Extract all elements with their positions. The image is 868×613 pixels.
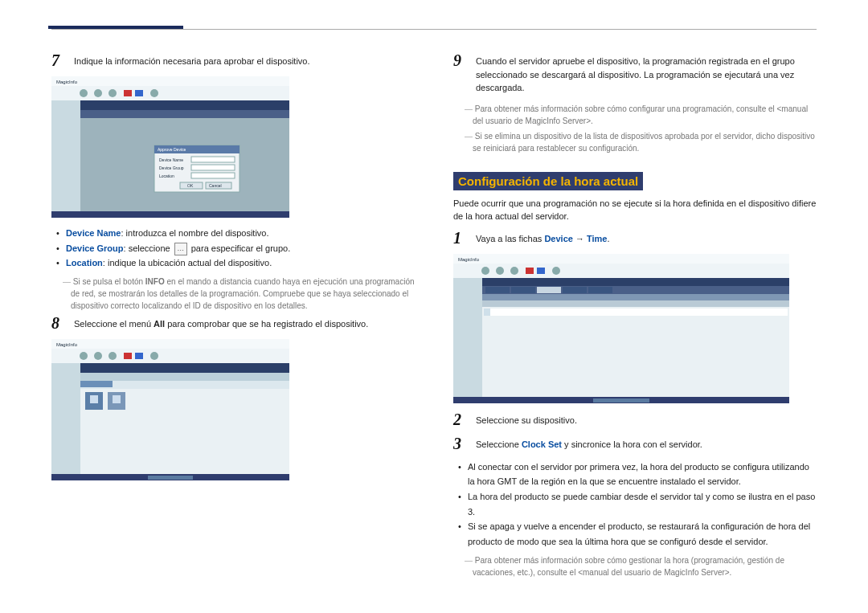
step-2: 2 Seleccione su dispositivo. [453,411,817,427]
bold-all: All [154,319,165,329]
svg-rect-17 [191,157,235,162]
svg-rect-40 [80,381,113,387]
svg-point-36 [150,352,158,360]
svg-text:Device Group: Device Group [159,166,184,170]
left-column: 7 Indique la información necesaria para … [51,52,415,582]
svg-point-5 [108,89,117,97]
bullet-text: : indique la ubicación actual del dispos… [103,258,272,268]
step-8: 8 Seleccione el menú All para comprobar … [51,315,415,331]
svg-point-54 [510,267,518,275]
step3-bullet-list: Al conectar con el servidor por primera … [453,460,817,550]
svg-rect-1 [51,76,289,86]
svg-rect-55 [526,268,534,274]
step-number: 9 [453,52,468,68]
svg-rect-34 [124,353,132,359]
svg-text:MagicInfo: MagicInfo [458,257,480,262]
svg-rect-19 [191,165,235,170]
svg-text:Device Name: Device Name [159,157,183,162]
svg-rect-66 [482,294,789,300]
intro-paragraph: Puede ocurrir que una programación no se… [453,197,817,223]
document-page: 7 Indique la información necesaria para … [0,0,868,582]
arrow: → [573,234,587,243]
step-text: Cuando el servidor apruebe el dispositiv… [476,52,817,95]
step9-note-b: Si se elimina un dispositivo de la lista… [473,130,817,154]
svg-rect-49 [453,254,789,264]
bullet-text-b: para especificar el grupo. [189,243,291,253]
svg-text:Location: Location [159,174,174,178]
svg-rect-28 [51,339,289,349]
keyword-device: Device [544,234,572,243]
header-divider [51,29,817,30]
svg-rect-59 [482,278,789,286]
list-item: Location: indique la ubicación actual de… [66,255,415,271]
svg-rect-69 [484,309,788,316]
keyword-clockset: Clock Set [522,439,562,449]
s1-a: Vaya a las fichas [476,234,544,243]
step-7: 7 Indique la información necesaria para … [51,52,415,68]
step-3: 3 Seleccione Clock Set y sincronice la h… [453,435,817,452]
step-text: Indique la información necesaria para ap… [74,52,415,68]
svg-rect-37 [51,363,80,476]
step-text: Seleccione su dispositivo. [476,411,817,427]
svg-rect-11 [80,110,289,118]
svg-point-33 [108,352,117,360]
step7-bullet-list: Device Name: introduzca el nombre del di… [51,226,415,271]
svg-point-57 [552,267,560,275]
svg-rect-58 [453,278,482,398]
step-text: Seleccione el menú All para comprobar qu… [74,315,415,331]
svg-point-4 [94,89,102,97]
keyword: Device Group [66,243,124,253]
svg-rect-72 [593,398,649,403]
step7-note: Si se pulsa el botón INFO en el mando a … [71,276,415,312]
svg-rect-9 [51,100,80,213]
svg-rect-35 [135,353,143,359]
svg-rect-63 [537,287,561,293]
step-number: 7 [51,52,66,68]
section-heading: Configuración de la hora actual [453,172,643,190]
screenshot-approve-dialog: MagicInfo Approve Device Device Name [51,76,289,218]
svg-text:Approve Device: Approve Device [158,147,186,152]
step3-note: Para obtener más información sobre cómo … [473,554,817,578]
svg-point-53 [496,267,504,275]
svg-rect-38 [80,363,289,373]
step-1: 1 Vaya a las fichas Device → Time. [453,230,817,246]
svg-point-31 [80,352,88,360]
s3-a: Seleccione [476,439,522,449]
step-number: 8 [51,315,66,331]
screenshot-all-menu: MagicInfo [51,339,289,480]
svg-rect-67 [482,300,789,307]
svg-rect-7 [135,90,143,96]
list-item: La hora del producto se puede cambiar de… [468,489,817,519]
svg-rect-44 [90,395,98,403]
svg-text:Cancel: Cancel [209,183,222,188]
step8-b: para comprobar que se ha registrado el d… [165,319,368,329]
step-number: 3 [453,435,468,452]
list-item: Device Name: introduzca el nombre del di… [66,226,415,241]
list-item: Device Group: seleccione … para especifi… [66,241,415,256]
right-column: 9 Cuando el servidor apruebe el disposit… [453,52,817,582]
svg-rect-39 [80,373,289,381]
step-9: 9 Cuando el servidor apruebe el disposit… [453,52,817,95]
step8-a: Seleccione el menú [74,319,154,329]
svg-rect-47 [148,476,193,480]
bold-info: INFO [145,277,165,286]
svg-rect-64 [563,287,587,293]
svg-rect-10 [80,100,289,110]
svg-rect-45 [113,395,121,403]
bullet-text-a: : seleccione [124,243,173,253]
step-number: 2 [453,411,468,427]
svg-rect-26 [51,211,289,218]
svg-rect-65 [588,287,612,293]
svg-rect-56 [537,268,545,274]
svg-rect-61 [485,287,510,293]
svg-rect-6 [124,90,132,96]
two-column-layout: 7 Indique la información necesaria para … [51,52,817,582]
svg-text:MagicInfo: MagicInfo [56,342,78,347]
list-item: Si se apaga y vuelve a encender el produ… [468,519,817,549]
step-text: Seleccione Clock Set y sincronice la hor… [476,435,817,452]
step-number: 1 [453,230,468,246]
svg-point-52 [481,267,489,275]
app-title-text: MagicInfo [56,80,78,84]
svg-rect-68 [482,307,789,397]
svg-rect-62 [511,287,535,293]
